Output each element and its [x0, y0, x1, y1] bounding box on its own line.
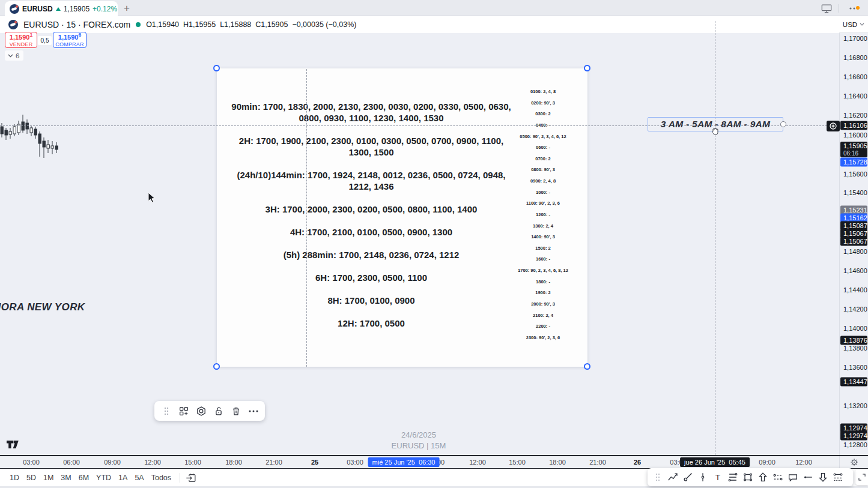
time-axis-label: 03:00 — [23, 459, 40, 466]
tab-symbol: EURUSD — [22, 5, 53, 13]
favorites-drawing-toolbar: T — [648, 468, 853, 486]
note-time-lines: 90min: 1700, 1830, 2000, 2130, 2300, 003… — [230, 101, 512, 329]
spread-value: 0,5 — [38, 36, 52, 45]
time-axis[interactable]: 03:00 06:00 09:00 12:00 15:00 18:00 21:0… — [0, 455, 868, 469]
sell-price-last-digit: 1 — [29, 32, 32, 38]
buy-price-last-digit: 6 — [78, 32, 81, 38]
rectangle-tool-icon[interactable] — [740, 470, 755, 485]
axis-settings-corner[interactable] — [839, 456, 868, 468]
time-axis-label: 09:00 — [104, 459, 121, 466]
tradingview-logo-icon[interactable] — [6, 440, 20, 449]
time-axis-label: 06:00 — [63, 459, 80, 466]
drawing-context-toolbar — [154, 401, 265, 421]
time-axis-label: 03:00 — [347, 459, 363, 466]
price-axis-label: 1,16800 — [840, 54, 868, 62]
horizontal-ray-tool-icon[interactable] — [800, 470, 815, 485]
annotation-resize-handle[interactable] — [780, 121, 786, 127]
arrow-up-tool-icon[interactable] — [755, 470, 770, 485]
price-axis-label: 1,16000 — [840, 131, 868, 139]
screens-layout-icon[interactable] — [821, 3, 833, 14]
buy-button[interactable]: 1,15906 COMPRAR — [53, 32, 86, 48]
text-tool-icon[interactable]: T — [710, 470, 725, 485]
currency-selector[interactable]: USD — [839, 16, 868, 33]
price-axis[interactable]: 1,17000 1,16800 1,16600 1,16400 1,16200 — [839, 16, 868, 455]
layout-grid-add-icon[interactable] — [175, 403, 192, 419]
note-side-line: 0900: 2, 4, 8 — [498, 176, 588, 187]
chevron-down-icon — [860, 23, 864, 26]
range-button[interactable]: 1D — [6, 471, 23, 484]
range-button[interactable]: Todos — [148, 471, 175, 484]
callout-tool-icon[interactable] — [785, 470, 800, 485]
time-axis-label: 26 — [634, 459, 641, 466]
note-side-line: 0600: - — [498, 142, 588, 154]
time-axis-label: 18:00 — [225, 459, 242, 466]
time-axis-label: 18:00 — [549, 459, 566, 466]
polyline-tool-icon[interactable] — [665, 470, 680, 485]
note-side-line: 2200: - — [498, 321, 588, 333]
selection-anchor-top-left[interactable] — [213, 65, 220, 71]
svg-text:T: T — [715, 473, 720, 482]
price-axis-label: 1,13447 — [840, 378, 867, 387]
panel-corner-toggle-icon[interactable] — [855, 469, 868, 485]
time-axis-label: 12:00 — [795, 459, 812, 466]
sell-button[interactable]: 1,15901 VENDER — [5, 32, 37, 48]
more-menu-icon[interactable] — [845, 4, 863, 13]
note-side-line: 2100: 2, 4 — [498, 310, 588, 322]
trend-line-tool-icon[interactable] — [680, 470, 695, 485]
time-axis-label: 12:00 — [144, 459, 161, 466]
add-alert-plus-icon[interactable] — [827, 121, 840, 131]
price-axis-label: 1,14000 — [840, 325, 868, 333]
range-button[interactable]: 3M — [57, 471, 74, 484]
session-label: HORA NEW YORK — [0, 301, 85, 313]
price-axis-label: 1,12800 — [840, 441, 868, 449]
dashed-pattern-tool-icon[interactable] — [770, 470, 785, 485]
note-side-line: 1300: 2, 4 — [498, 221, 588, 232]
price-axis-label: 1,15905 06:16 — [840, 142, 867, 157]
range-button[interactable]: 5D — [23, 471, 40, 484]
price-axis-label: 1,13600 — [840, 364, 868, 372]
new-tab-button[interactable]: + — [120, 2, 133, 15]
symbol-logo-icon — [10, 4, 19, 14]
pasted-note-image[interactable]: 90min: 1700, 1830, 2000, 2130, 2300, 003… — [217, 68, 587, 367]
unlock-icon[interactable] — [210, 403, 226, 419]
drag-handle-icon[interactable] — [158, 403, 174, 419]
range-button[interactable]: 1M — [40, 471, 57, 484]
chart-header: EURUSD · 15 · FOREX.com O1,15940 H1,1595… — [0, 16, 868, 33]
vertical-crosshair-line — [715, 21, 715, 455]
more-ellipsis-icon[interactable] — [245, 403, 261, 419]
vertical-line-tool-icon[interactable] — [695, 470, 710, 485]
go-to-date-icon[interactable] — [185, 472, 197, 484]
note-side-line: 0300: 2 — [498, 109, 588, 120]
sell-label: VENDER — [10, 42, 33, 47]
settings-gear-icon[interactable] — [193, 403, 209, 419]
currency-label: USD — [843, 21, 857, 28]
note-line: 2H: 1700, 1900, 2100, 2300, 0100, 0300, … — [230, 135, 512, 158]
note-line: 4H: 1700, 2100, 0100, 0500, 0900, 1300 — [230, 226, 512, 238]
time-axis-label: jue 26 Jun '25 05:45 — [680, 457, 750, 467]
range-button[interactable]: YTD — [93, 471, 115, 484]
range-button[interactable]: 5A — [131, 471, 147, 484]
range-button[interactable]: 1A — [115, 471, 131, 484]
parallel-channel-tool-icon[interactable] — [725, 470, 740, 485]
price-axis-label: 1,14200 — [840, 306, 868, 313]
price-axis-label: 1,15600 — [840, 170, 868, 178]
price-axis-label: 1,13200 — [840, 402, 868, 410]
note-side-line: 1000: - — [498, 187, 588, 199]
notification-dot — [856, 6, 860, 10]
note-side-line: 0500: 90', 2, 3, 4, 6, 12 — [498, 131, 588, 143]
note-line: 90min: 1700, 1830, 2000, 2130, 2300, 003… — [230, 101, 512, 124]
drag-handle-icon[interactable] — [650, 470, 665, 485]
dashed-lines-tool-icon[interactable] — [830, 470, 845, 485]
price-axis-label: 1,15728 — [840, 158, 867, 167]
range-button[interactable]: 6M — [75, 471, 93, 484]
trash-icon[interactable] — [228, 403, 244, 419]
note-side-line: 2300: 90', 2, 3, 6 — [498, 333, 588, 344]
note-side-line: 1100: 90', 2, 3, 6 — [498, 198, 588, 209]
selection-anchor-top-right[interactable] — [584, 65, 590, 71]
symbol-title[interactable]: EURUSD · 15 · FOREX.com — [23, 20, 130, 29]
collapsed-objects-chip[interactable]: 6 — [5, 50, 23, 61]
selection-anchor-bottom-right[interactable] — [584, 363, 590, 370]
arrow-down-tool-icon[interactable] — [815, 470, 830, 485]
selection-anchor-bottom-left[interactable] — [213, 363, 220, 370]
chart-tab[interactable]: EURUSD 1,15905 +0.12% / NW — [5, 1, 118, 16]
